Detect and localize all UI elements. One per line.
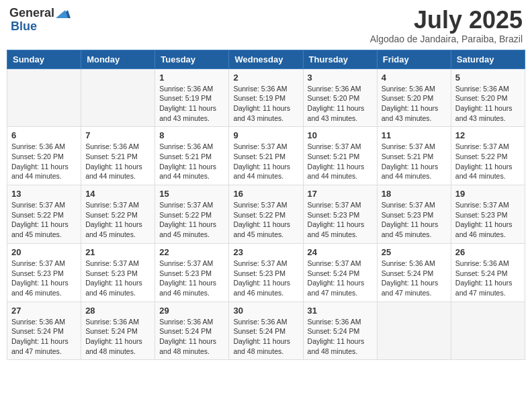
svg-marker-1 [56,10,68,18]
day-number: 6 [11,130,77,140]
table-row: 8Sunrise: 5:36 AMSunset: 5:21 PMDaylight… [155,127,229,185]
day-info: Sunrise: 5:37 AMSunset: 5:22 PMDaylight:… [159,200,224,240]
table-row: 21Sunrise: 5:37 AMSunset: 5:23 PMDayligh… [81,243,155,302]
day-info: Sunrise: 5:36 AMSunset: 5:21 PMDaylight:… [159,142,224,181]
day-number: 9 [233,130,298,140]
calendar-week-row: 27Sunrise: 5:36 AMSunset: 5:24 PMDayligh… [7,302,525,360]
day-number: 2 [233,73,298,83]
table-row [7,68,81,127]
header-sunday: Sunday [7,50,81,68]
table-row: 26Sunrise: 5:36 AMSunset: 5:24 PMDayligh… [451,243,525,302]
day-info: Sunrise: 5:36 AMSunset: 5:24 PMDaylight:… [455,259,521,298]
table-row [451,302,525,360]
logo: General Blue [9,7,71,34]
table-row: 1Sunrise: 5:36 AMSunset: 5:19 PMDaylight… [155,68,229,127]
day-info: Sunrise: 5:37 AMSunset: 5:21 PMDaylight:… [382,142,447,181]
logo-icon [56,7,71,19]
day-info: Sunrise: 5:37 AMSunset: 5:24 PMDaylight:… [308,259,373,298]
table-row: 11Sunrise: 5:37 AMSunset: 5:21 PMDayligh… [377,127,451,185]
header-saturday: Saturday [451,50,525,68]
table-row: 17Sunrise: 5:37 AMSunset: 5:23 PMDayligh… [303,185,377,244]
day-info: Sunrise: 5:36 AMSunset: 5:24 PMDaylight:… [382,259,447,298]
day-number: 25 [382,247,447,257]
table-row: 24Sunrise: 5:37 AMSunset: 5:24 PMDayligh… [303,243,377,302]
day-number: 17 [308,189,373,199]
day-number: 24 [308,247,373,257]
day-number: 22 [159,247,224,257]
table-row: 30Sunrise: 5:36 AMSunset: 5:24 PMDayligh… [229,302,303,360]
day-info: Sunrise: 5:37 AMSunset: 5:22 PMDaylight:… [85,200,150,240]
day-number: 10 [308,130,373,140]
table-row: 4Sunrise: 5:36 AMSunset: 5:20 PMDaylight… [377,68,451,127]
table-row: 27Sunrise: 5:36 AMSunset: 5:24 PMDayligh… [7,302,81,360]
table-row: 5Sunrise: 5:36 AMSunset: 5:20 PMDaylight… [451,68,525,127]
table-row: 19Sunrise: 5:37 AMSunset: 5:23 PMDayligh… [451,185,525,244]
day-info: Sunrise: 5:37 AMSunset: 5:23 PMDaylight:… [455,200,521,240]
header-tuesday: Tuesday [155,50,229,68]
day-info: Sunrise: 5:36 AMSunset: 5:20 PMDaylight:… [382,84,447,124]
day-info: Sunrise: 5:37 AMSunset: 5:23 PMDaylight:… [11,259,77,298]
day-number: 31 [308,306,373,316]
day-info: Sunrise: 5:37 AMSunset: 5:23 PMDaylight:… [233,259,298,298]
calendar-week-row: 13Sunrise: 5:37 AMSunset: 5:22 PMDayligh… [7,185,525,244]
table-row: 22Sunrise: 5:37 AMSunset: 5:23 PMDayligh… [155,243,229,302]
day-number: 12 [455,130,521,140]
day-number: 30 [233,306,298,316]
table-row: 10Sunrise: 5:37 AMSunset: 5:21 PMDayligh… [303,127,377,185]
day-info: Sunrise: 5:36 AMSunset: 5:24 PMDaylight:… [159,317,224,357]
header-wednesday: Wednesday [229,50,303,68]
day-info: Sunrise: 5:36 AMSunset: 5:20 PMDaylight:… [455,84,521,124]
header-thursday: Thursday [303,50,377,68]
day-info: Sunrise: 5:36 AMSunset: 5:24 PMDaylight:… [233,317,298,357]
day-number: 27 [11,306,77,316]
day-number: 8 [159,130,224,140]
table-row [81,68,155,127]
day-number: 4 [382,73,447,83]
header-monday: Monday [81,50,155,68]
day-info: Sunrise: 5:37 AMSunset: 5:21 PMDaylight:… [308,142,373,181]
day-info: Sunrise: 5:37 AMSunset: 5:22 PMDaylight:… [233,200,298,240]
day-number: 23 [233,247,298,257]
page-header: General Blue July 2025 Algodao de Jandai… [7,7,525,44]
location-subtitle: Algodao de Jandaira, Paraiba, Brazil [370,34,523,44]
day-number: 16 [233,189,298,199]
title-section: July 2025 Algodao de Jandaira, Paraiba, … [370,7,523,44]
table-row: 18Sunrise: 5:37 AMSunset: 5:23 PMDayligh… [377,185,451,244]
day-number: 1 [159,73,224,83]
table-row: 28Sunrise: 5:36 AMSunset: 5:24 PMDayligh… [81,302,155,360]
day-number: 21 [85,247,150,257]
day-number: 3 [308,73,373,83]
table-row: 20Sunrise: 5:37 AMSunset: 5:23 PMDayligh… [7,243,81,302]
header-friday: Friday [377,50,451,68]
day-info: Sunrise: 5:37 AMSunset: 5:22 PMDaylight:… [455,142,521,181]
day-info: Sunrise: 5:36 AMSunset: 5:19 PMDaylight:… [159,84,224,124]
table-row: 13Sunrise: 5:37 AMSunset: 5:22 PMDayligh… [7,185,81,244]
logo-general-text: General [9,7,54,20]
day-number: 15 [159,189,224,199]
day-info: Sunrise: 5:36 AMSunset: 5:20 PMDaylight:… [308,84,373,124]
table-row: 2Sunrise: 5:36 AMSunset: 5:19 PMDaylight… [229,68,303,127]
day-info: Sunrise: 5:37 AMSunset: 5:22 PMDaylight:… [11,200,77,240]
table-row: 6Sunrise: 5:36 AMSunset: 5:20 PMDaylight… [7,127,81,185]
table-row [377,302,451,360]
day-number: 26 [455,247,521,257]
table-row: 3Sunrise: 5:36 AMSunset: 5:20 PMDaylight… [303,68,377,127]
day-info: Sunrise: 5:36 AMSunset: 5:19 PMDaylight:… [233,84,298,124]
day-info: Sunrise: 5:36 AMSunset: 5:21 PMDaylight:… [85,142,150,181]
day-info: Sunrise: 5:36 AMSunset: 5:24 PMDaylight:… [11,317,77,357]
table-row: 29Sunrise: 5:36 AMSunset: 5:24 PMDayligh… [155,302,229,360]
day-number: 29 [159,306,224,316]
day-number: 11 [382,130,447,140]
calendar-week-row: 20Sunrise: 5:37 AMSunset: 5:23 PMDayligh… [7,243,525,302]
table-row: 12Sunrise: 5:37 AMSunset: 5:22 PMDayligh… [451,127,525,185]
day-number: 28 [85,306,150,316]
calendar-week-row: 1Sunrise: 5:36 AMSunset: 5:19 PMDaylight… [7,68,525,127]
table-row: 25Sunrise: 5:36 AMSunset: 5:24 PMDayligh… [377,243,451,302]
table-row: 9Sunrise: 5:37 AMSunset: 5:21 PMDaylight… [229,127,303,185]
day-number: 18 [382,189,447,199]
day-info: Sunrise: 5:37 AMSunset: 5:23 PMDaylight:… [382,200,447,240]
month-title: July 2025 [370,7,523,34]
day-info: Sunrise: 5:36 AMSunset: 5:24 PMDaylight:… [308,317,373,357]
day-info: Sunrise: 5:37 AMSunset: 5:23 PMDaylight:… [308,200,373,240]
calendar-header-row: Sunday Monday Tuesday Wednesday Thursday… [7,50,525,68]
